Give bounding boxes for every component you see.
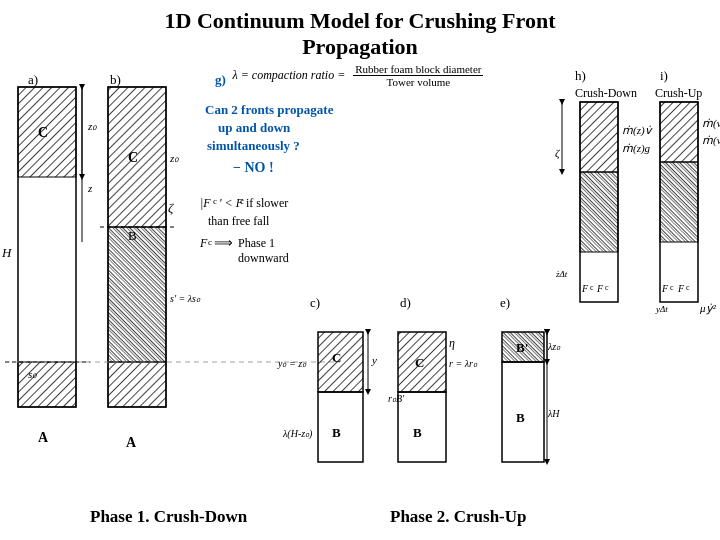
title-line1: 1D Continuum Model for Crushing Front <box>165 8 556 33</box>
title-block: 1D Continuum Model for Crushing Front Pr… <box>12 8 708 61</box>
muy2-i: μẏ² <box>699 302 717 315</box>
label-C-a: C <box>38 125 48 140</box>
title-line2: Propagation <box>302 34 418 59</box>
diagram-b-crushed <box>108 227 166 362</box>
label-C-d: C <box>415 355 424 370</box>
Fc-h2: F <box>596 283 604 294</box>
diagram-h-top <box>580 102 618 172</box>
Fc-i2: F <box>677 283 685 294</box>
mzv-h: ṁ(z)v̇ <box>622 124 653 137</box>
Fc-i1: F <box>661 283 669 294</box>
label-c: c) <box>310 295 320 310</box>
than-free: than free fall <box>208 214 270 228</box>
label-g: g) <box>215 72 226 87</box>
label-i: i) <box>660 68 668 83</box>
annotation-text1: Can 2 fronts propagate <box>205 102 334 117</box>
crush-down-label: Crush-Down <box>575 86 637 100</box>
phase1-down2: downward <box>238 251 289 265</box>
mv-i: ṁ(v)v̇ <box>702 117 720 130</box>
page: 1D Continuum Model for Crushing Front Pr… <box>0 0 720 540</box>
label-A-a: A <box>38 430 49 445</box>
fc-sub: c <box>213 196 217 206</box>
Fc-sub-h2: c <box>605 283 609 292</box>
zeta-h: ζ <box>555 147 561 159</box>
z0-b: z₀ <box>169 152 179 164</box>
lambda-z0-label: λz₀ <box>547 341 561 352</box>
diagram-i-crushed <box>660 162 698 242</box>
label-C-c: C <box>332 350 341 365</box>
label-Bprime-e: B' <box>516 340 528 355</box>
Fc-sub-h1: c <box>590 283 594 292</box>
zeta-b: ζ <box>168 200 174 215</box>
diagram-d-bottom <box>398 392 446 462</box>
if-slower: if slower <box>246 196 288 210</box>
lambda-s0-label: s' = λs₀ <box>170 293 201 304</box>
annotation-text2: up and down <box>218 120 291 135</box>
annotation-text3: simultaneously ? <box>207 138 300 153</box>
phase2-label: Phase 2. Crush-Up <box>390 507 527 526</box>
mzg-h: ṁ(z)g <box>622 142 651 155</box>
label-A-b: A <box>126 435 137 450</box>
main-diagram-svg: a) C A z₀ z s₀ H b) C B <box>0 62 720 540</box>
Fc-h1: F <box>581 283 589 294</box>
label-e: e) <box>500 295 510 310</box>
label-B-c: B <box>332 425 341 440</box>
arrow-symbol: ⟹ <box>214 235 233 250</box>
label-a: a) <box>28 72 38 87</box>
label-d: d) <box>400 295 411 310</box>
fc-arrow-label: F <box>199 236 208 250</box>
mvg-i: ṁ(v)g <box>702 134 720 147</box>
diagram-a-bottom <box>18 362 76 407</box>
label-B-d: B <box>413 425 422 440</box>
Fc-sub-i2: c <box>686 283 690 292</box>
diagram-i-top <box>660 102 698 162</box>
z-label: z <box>87 182 93 194</box>
Fc-sub-i1: c <box>670 283 674 292</box>
label-b: b) <box>110 72 121 87</box>
y-label-c: y <box>371 354 377 366</box>
label-C-b: C <box>128 150 138 165</box>
y0z0-label: y₀ = z₀ <box>277 358 307 369</box>
yDt-i: yΔt <box>655 304 668 314</box>
fc-arrow-sub: c <box>208 237 212 247</box>
lambda-H-label: λH <box>547 408 560 419</box>
crush-up-label: Crush-Up <box>655 86 702 100</box>
H-label: H <box>1 245 12 260</box>
fc-condition: |F <box>200 196 211 210</box>
diagram-h-crushed <box>580 172 618 252</box>
label-h: h) <box>575 68 586 83</box>
fc2-sub: c <box>240 196 244 206</box>
phase1-down: Phase 1 <box>238 236 275 250</box>
annotation-text4: − NO ! <box>233 160 274 175</box>
z0-label: z₀ <box>87 120 97 132</box>
r-r0-label: r = λr₀ <box>449 358 478 369</box>
main-title: 1D Continuum Model for Crushing Front Pr… <box>12 8 708 61</box>
phase1-label: Phase 1. Crush-Down <box>90 507 248 526</box>
diagram-b-bottom <box>108 362 166 407</box>
s0-label: s₀ <box>28 368 37 380</box>
eta-label: η <box>449 336 455 350</box>
r0B-label: r₀B' <box>388 393 405 404</box>
label-B-e: B <box>516 410 525 425</box>
lambda-Hz0: λ(H-z₀) <box>282 428 313 440</box>
delta-t-h: żΔt <box>555 269 568 279</box>
